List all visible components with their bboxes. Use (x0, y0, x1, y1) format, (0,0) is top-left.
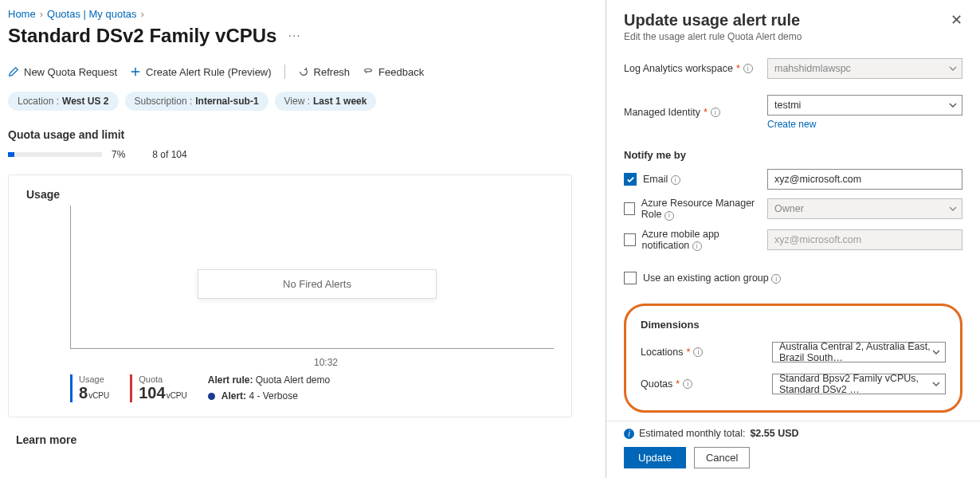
chevron-down-icon (949, 65, 957, 72)
estimated-cost: i Estimated monthly total: $2.55 USD (624, 428, 962, 439)
filter-view[interactable]: View : Last 1 week (275, 92, 377, 111)
usage-progress-bar (8, 152, 102, 157)
breadcrumb: Home › Quotas | My quotas › (8, 8, 594, 20)
breadcrumb-sep: › (40, 8, 43, 20)
email-checkbox[interactable] (624, 173, 637, 186)
refresh-label: Refresh (314, 66, 351, 78)
arm-role-select[interactable]: Owner (767, 198, 962, 219)
quota-usage-heading: Quota usage and limit (8, 128, 594, 141)
managed-identity-select[interactable]: testmi (767, 95, 962, 116)
new-quota-label: New Quota Request (24, 66, 117, 78)
info-icon[interactable]: i (664, 211, 674, 221)
email-label: Email (643, 174, 668, 185)
dimensions-heading: Dimensions (641, 319, 946, 331)
arm-role-label: Azure Resource Manager Role (641, 198, 755, 220)
filter-subscription[interactable]: Subscription : Internal-sub-1 (125, 92, 269, 111)
alert-rule-text: Alert rule: Quota Alert demo (208, 374, 330, 386)
no-fired-alerts-text: No Fired Alerts (198, 269, 437, 299)
usage-card: Usage No Fired Alerts 10:32 Usage 8vCPU … (8, 174, 572, 417)
info-icon[interactable]: i (771, 274, 781, 284)
existing-action-group-label: Use an existing action group (643, 272, 769, 284)
usage-metric: Usage 8vCPU (70, 374, 109, 402)
close-icon[interactable]: ✕ (951, 11, 962, 29)
page-title: Standard DSv2 Family vCPUs (8, 25, 276, 47)
feedback-label: Feedback (378, 66, 424, 78)
locations-label: Locations * i (641, 347, 772, 358)
alert-severity-text: Alert: 4 - Verbose (208, 390, 330, 402)
chevron-down-icon (932, 380, 940, 388)
more-icon[interactable]: ··· (288, 29, 300, 43)
dimensions-highlight: Dimensions Locations * i Australia Centr… (624, 304, 962, 413)
breadcrumb-home[interactable]: Home (8, 8, 36, 20)
learn-more-heading: Learn more (16, 433, 594, 446)
panel-subtitle: Edit the usage alert rule Quota Alert de… (624, 31, 802, 42)
notify-heading: Notify me by (624, 149, 962, 161)
info-icon[interactable]: i (671, 175, 680, 185)
quota-metric: Quota 104vCPU (130, 374, 187, 402)
filter-location[interactable]: Location : West US 2 (8, 92, 119, 111)
update-alert-panel: Update usage alert rule Edit the usage a… (606, 0, 980, 478)
edit-icon (8, 66, 19, 77)
breadcrumb-sep-2: › (141, 8, 144, 20)
log-workspace-label: Log Analytics workspace * i (624, 63, 767, 74)
arm-role-checkbox[interactable] (624, 202, 635, 215)
feedback-button[interactable]: Feedback (363, 66, 424, 78)
email-input[interactable]: xyz@microsoft.com (767, 169, 962, 190)
quotas-label: Quotas * i (641, 378, 772, 390)
info-icon[interactable]: i (692, 241, 702, 251)
info-icon[interactable]: i (693, 347, 703, 357)
usage-card-title: Usage (26, 188, 554, 201)
breadcrumb-quotas[interactable]: Quotas | My quotas (47, 8, 137, 20)
update-button[interactable]: Update (624, 447, 686, 468)
chevron-down-icon (932, 348, 940, 356)
info-dot-icon: i (624, 429, 634, 439)
severity-dot-icon (208, 393, 215, 400)
panel-title: Update usage alert rule (624, 11, 802, 29)
chevron-down-icon (949, 101, 957, 109)
new-quota-button[interactable]: New Quota Request (8, 66, 117, 78)
existing-action-group-checkbox[interactable] (624, 272, 637, 284)
usage-count: 8 of 104 (152, 149, 186, 160)
info-icon[interactable]: i (711, 108, 720, 117)
info-icon[interactable]: i (683, 379, 692, 389)
cancel-button[interactable]: Cancel (694, 447, 750, 468)
managed-identity-label: Managed Identity * i (624, 107, 767, 118)
quotas-select[interactable]: Standard Bpsv2 Family vCPUs, Standard DS… (772, 374, 946, 394)
refresh-icon (298, 66, 309, 77)
chart-x-label: 10:32 (314, 357, 338, 368)
mobile-checkbox[interactable] (624, 233, 636, 246)
usage-percent: 7% (112, 149, 125, 160)
info-icon[interactable]: i (743, 64, 753, 73)
chevron-down-icon (949, 205, 957, 213)
mobile-input[interactable]: xyz@microsoft.com (767, 229, 962, 250)
feedback-icon (363, 66, 374, 77)
toolbar: New Quota Request Create Alert Rule (Pre… (8, 65, 594, 79)
plus-icon (130, 66, 141, 77)
log-workspace-select[interactable]: mahshidmlawspc (767, 58, 962, 79)
create-alert-button[interactable]: Create Alert Rule (Preview) (130, 66, 272, 78)
locations-select[interactable]: Australia Central 2, Australia East, Bra… (772, 342, 946, 362)
mobile-label: Azure mobile app notification (642, 229, 719, 251)
usage-chart: No Fired Alerts 10:32 (70, 206, 554, 365)
create-alert-label: Create Alert Rule (Preview) (146, 66, 272, 78)
refresh-button[interactable]: Refresh (298, 66, 351, 78)
create-new-link[interactable]: Create new (767, 119, 816, 130)
toolbar-divider (284, 65, 285, 79)
